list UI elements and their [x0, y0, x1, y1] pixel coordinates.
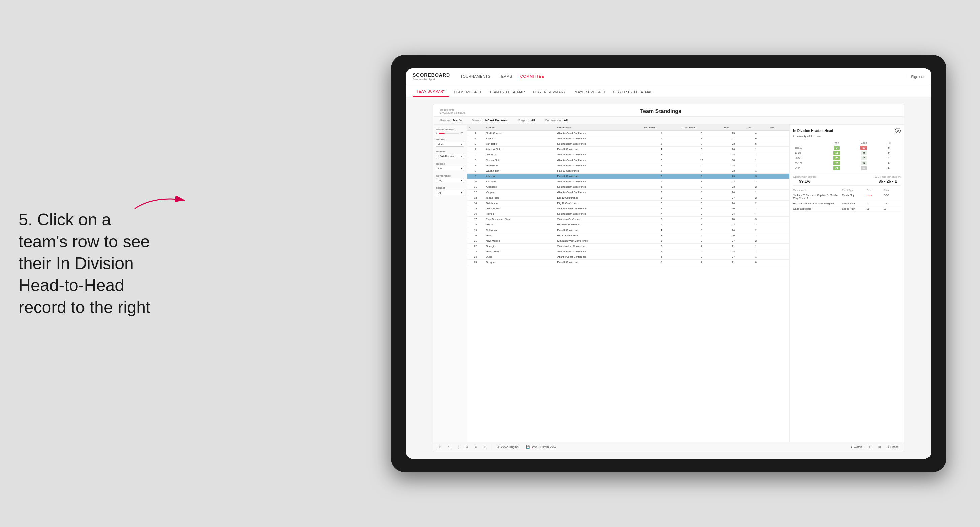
col-rds: Rds: [722, 124, 744, 130]
division-select[interactable]: NCAA Division I ▾: [436, 154, 464, 159]
table-row[interactable]: 20 Texas Big 12 Conference 3 7 20 2: [467, 233, 789, 238]
nav-tournaments[interactable]: TOURNAMENTS: [460, 73, 490, 81]
table-row[interactable]: 22 Georgia Southeastern Conference 8 7 2…: [467, 244, 789, 249]
cell-conference: Atlantic Coast Conference: [555, 190, 641, 195]
gender-select[interactable]: Men's ▾: [436, 142, 464, 147]
sub-nav-player-h2h-grid[interactable]: PLAYER H2H GRID: [570, 87, 609, 97]
table-row[interactable]: 14 Oklahoma Big 12 Conference 2 9 24 2: [467, 200, 789, 206]
table-row[interactable]: 11 Arkansas Southeastern Conference 6 8 …: [467, 184, 789, 190]
sign-out-button[interactable]: Sign out: [911, 75, 924, 79]
cell-conf-rank: 8: [681, 179, 722, 184]
region-filter-label: Region: [436, 162, 464, 165]
cell-conf-rank: 9: [681, 238, 722, 244]
h2h-win: 20: [823, 160, 850, 165]
conference-filter-label: Conference: [436, 174, 464, 177]
h2h-header: In Division Head-to-Head ✕: [793, 128, 900, 133]
table-row[interactable]: 3 Vanderbilt Southeastern Conference 2 8…: [467, 141, 789, 147]
table-row[interactable]: 6 Florida State Atlantic Coast Conferenc…: [467, 157, 789, 163]
timer-button[interactable]: ⏱: [482, 444, 489, 449]
outer-container: 5. Click on a team's row to see their In…: [0, 0, 980, 527]
cell-conference: Big 12 Conference: [555, 233, 641, 238]
copy-button[interactable]: ⧉: [464, 444, 469, 449]
cell-rds: 21: [722, 244, 744, 249]
cell-school: Ole Miss: [484, 152, 555, 157]
cell-tour: 3: [745, 217, 768, 222]
h2h-close-button[interactable]: ✕: [895, 128, 900, 133]
redo-button[interactable]: ↪: [446, 444, 453, 449]
conference-select[interactable]: (All) ▾: [436, 178, 464, 183]
cell-rds: 27: [722, 136, 744, 141]
gender-filter: Gender Men's ▾: [436, 138, 464, 147]
h2h-col-win: Win: [823, 141, 850, 145]
division-filter-display: Division: NCAA Division I: [472, 119, 508, 122]
h2h-loss: 0: [850, 165, 878, 171]
table-row[interactable]: 1 North Carolina Atlantic Coast Conferen…: [467, 130, 789, 136]
table-row[interactable]: 24 Duke Atlantic Coast Conference 5 9 27…: [467, 254, 789, 260]
cell-conf-rank: 7: [681, 233, 722, 238]
table-row[interactable]: 23 Texas A&M Southeastern Conference 9 1…: [467, 249, 789, 254]
tourney-row: Arizona Thunderbirds Intercollegiate Str…: [793, 201, 900, 206]
cell-win: [768, 141, 789, 147]
cell-win: [768, 168, 789, 174]
table-row[interactable]: 9 Arizona Pac-12 Conference 5 8 23 3: [467, 174, 789, 179]
min-rounds-slider[interactable]: [439, 133, 459, 133]
share-button[interactable]: ⤴ Share: [886, 444, 900, 449]
table-row[interactable]: 7 Tennessee Southeastern Conference 4 6 …: [467, 163, 789, 168]
cell-rds: 23: [722, 130, 744, 136]
cell-conf-rank: 8: [681, 227, 722, 233]
col-reg-rank: Reg Rank: [642, 124, 681, 130]
sub-nav-team-summary[interactable]: TEAM SUMMARY: [413, 87, 449, 97]
cell-tour: 1: [745, 152, 768, 157]
cell-school: Oregon: [484, 260, 555, 265]
cell-reg-rank: 1: [642, 238, 681, 244]
table-row[interactable]: 18 Illinois Big Ten Conference 1 9 23 3: [467, 222, 789, 227]
view-original-button[interactable]: 👁 View: Original: [495, 444, 521, 449]
cell-reg-rank: 6: [642, 184, 681, 190]
table-row[interactable]: 8 Washington Pac-12 Conference 2 8 23 1: [467, 168, 789, 174]
cell-rank: 1: [467, 130, 484, 136]
table-row[interactable]: 10 Alabama Southeastern Conference 5 8 2…: [467, 179, 789, 184]
cell-conf-rank: 7: [681, 244, 722, 249]
paste-button[interactable]: ⊕: [473, 444, 479, 449]
table-row[interactable]: 2 Auburn Southeastern Conference 1 9 27 …: [467, 136, 789, 141]
undo-button[interactable]: ↩: [437, 444, 443, 449]
sub-nav-team-h2h-heatmap[interactable]: TEAM H2H HEATMAP: [485, 87, 529, 97]
cell-rank: 19: [467, 227, 484, 233]
table-row[interactable]: 16 Florida Southeastern Conference 7 9 2…: [467, 211, 789, 217]
table-row[interactable]: 5 Ole Miss Southeastern Conference 3 6 1…: [467, 152, 789, 157]
cell-conference: Southeastern Conference: [555, 163, 641, 168]
school-select[interactable]: (All) ▾: [436, 190, 464, 195]
cell-conf-rank: 9: [681, 130, 722, 136]
table-row[interactable]: 25 Oregon Pac-12 Conference 5 7 21 0: [467, 260, 789, 265]
cell-rds: 30: [722, 206, 744, 211]
nav-teams[interactable]: TEAMS: [499, 73, 512, 81]
table-row[interactable]: 17 East Tennessee State Southern Confere…: [467, 217, 789, 222]
table-row[interactable]: 19 California Pac-12 Conference 4 8 24 2: [467, 227, 789, 233]
table-row[interactable]: 4 Arizona State Pac-12 Conference 4 5 26…: [467, 147, 789, 152]
cell-conf-rank: 6: [681, 163, 722, 168]
sub-nav-player-h2h-heatmap[interactable]: PLAYER H2H HEATMAP: [609, 87, 657, 97]
toolbar-icon-1[interactable]: ⊡: [867, 444, 873, 449]
table-row[interactable]: 13 Texas Tech Big 12 Conference 1 9 27 2: [467, 195, 789, 200]
sub-nav-player-summary[interactable]: PLAYER SUMMARY: [529, 87, 570, 97]
main-content: Update time: 27/03/2024 15:56:26 Team St…: [406, 97, 931, 459]
logo-subtitle: Powered by clippd: [413, 78, 450, 81]
watch-button[interactable]: ● Watch: [849, 444, 864, 449]
table-row[interactable]: 15 Georgia Tech Atlantic Coast Conferenc…: [467, 206, 789, 211]
cell-tour: 2: [745, 184, 768, 190]
region-select[interactable]: N/A ▾: [436, 166, 464, 171]
cell-school: Auburn: [484, 136, 555, 141]
toolbar-icon-2[interactable]: ⊞: [876, 444, 883, 449]
logo-title: SCOREBOARD: [413, 72, 450, 78]
h2h-range: >100: [793, 165, 823, 171]
save-custom-button[interactable]: 💾 Save Custom View: [524, 444, 558, 449]
nav-committee[interactable]: COMMITTEE: [520, 73, 544, 81]
table-row[interactable]: 21 New Mexico Mountain West Conference 1…: [467, 238, 789, 244]
h2h-row: 26-50 25 2 1: [793, 156, 900, 160]
sub-nav-team-h2h-grid[interactable]: TEAM H2H GRID: [449, 87, 485, 97]
step-back-button[interactable]: ⟨: [455, 444, 461, 449]
cell-tour: 4: [745, 211, 768, 217]
table-row[interactable]: 12 Virginia Atlantic Coast Conference 3 …: [467, 190, 789, 195]
h2h-row: >100 27 0 0: [793, 165, 900, 171]
cell-reg-rank: 1: [642, 222, 681, 227]
